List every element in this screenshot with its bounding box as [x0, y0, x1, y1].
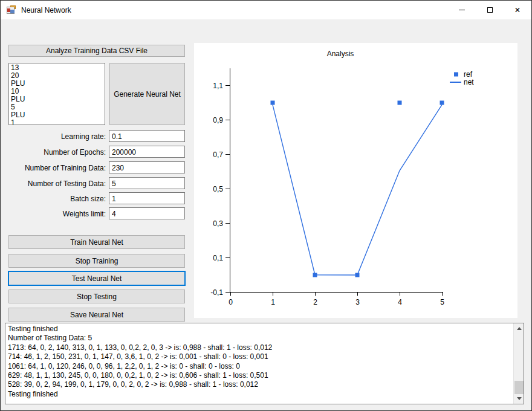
svg-text:5: 5: [440, 298, 444, 306]
layer-list-item[interactable]: 13: [11, 64, 105, 72]
minimize-button[interactable]: [448, 1, 476, 19]
stop-testing-button[interactable]: Stop Testing: [8, 290, 185, 303]
svg-text:-0,1: -0,1: [210, 288, 223, 297]
stop-training-button[interactable]: Stop Training: [8, 254, 185, 268]
svg-text:4: 4: [398, 298, 402, 306]
svg-text:0,3: 0,3: [213, 219, 223, 228]
test-net-button[interactable]: Test Neural Net: [8, 271, 186, 286]
svg-text:0,7: 0,7: [213, 150, 223, 159]
window-title: Neural Network: [21, 6, 71, 15]
testing-data-label: Number of Testing Data:: [6, 180, 106, 188]
svg-text:0: 0: [229, 298, 233, 306]
output-scrollbar[interactable]: [513, 323, 524, 404]
testing-data-input[interactable]: [109, 177, 185, 189]
svg-text:0,9: 0,9: [213, 116, 223, 125]
titlebar: Neural Network ×: [1, 1, 531, 19]
analysis-chart-panel: Analysis1,10,90,70,50,30,1-0,1012345refn…: [194, 43, 517, 318]
app-icon: [7, 5, 16, 15]
weights-limit-label: Weights limit:: [6, 210, 106, 218]
scroll-up-icon: [517, 327, 522, 330]
svg-text:3: 3: [355, 298, 360, 306]
output-line: 1061: 64, 1, 0, 120, 246, 0, 0, 96, 1, 2…: [8, 362, 510, 371]
epochs-input[interactable]: [109, 146, 185, 158]
batch-size-input[interactable]: [109, 192, 185, 204]
analysis-chart: Analysis1,10,90,70,50,30,1-0,1012345refn…: [194, 43, 517, 318]
learning-rate-input[interactable]: [109, 130, 185, 142]
minimize-icon: [459, 10, 465, 10]
close-button[interactable]: ×: [504, 1, 531, 19]
training-data-label: Number of Training Data:: [6, 164, 106, 172]
layer-list-item[interactable]: 1: [11, 119, 105, 125]
scroll-up-button[interactable]: [514, 323, 524, 334]
output-textbox[interactable]: Testing finishedNumber of Testing Data: …: [5, 323, 524, 404]
output-line: Testing finished: [8, 325, 510, 334]
layer-list-item[interactable]: 10: [11, 88, 105, 95]
output-line: 528: 39, 0, 2, 94, 199, 0, 1, 179, 0, 0,…: [8, 380, 510, 389]
learning-rate-label: Learning rate:: [6, 132, 106, 141]
weights-limit-input[interactable]: [109, 207, 185, 219]
layer-list-item[interactable]: PLU: [11, 80, 105, 88]
app-window: Neural Network × Analyze Training Data C…: [0, 0, 532, 411]
output-line: Testing finished: [8, 390, 510, 399]
output-line: Number of Testing Data: 5: [8, 334, 510, 343]
close-icon: ×: [514, 5, 520, 15]
svg-text:Analysis: Analysis: [327, 50, 354, 58]
output-line: 1713: 64, 0, 2, 140, 313, 0, 1, 133, 0, …: [8, 343, 510, 352]
output-line: 629: 48, 1, 1, 130, 245, 0, 0, 180, 0, 0…: [8, 371, 510, 380]
generate-net-button[interactable]: Generate Neural Net: [109, 63, 185, 125]
analyze-csv-button[interactable]: Analyze Training Data CSV File: [8, 45, 185, 57]
svg-text:1,1: 1,1: [213, 82, 223, 90]
save-net-button[interactable]: Save Neural Net: [8, 308, 185, 322]
svg-text:0,1: 0,1: [213, 254, 223, 262]
maximize-button[interactable]: [476, 1, 504, 19]
output-text: Testing finishedNumber of Testing Data: …: [8, 325, 510, 399]
svg-text:net: net: [464, 78, 474, 86]
layer-list-item[interactable]: PLU: [11, 111, 105, 119]
scroll-down-icon: [517, 397, 522, 400]
epochs-label: Number of Epochs:: [6, 148, 106, 157]
scrollbar-thumb[interactable]: [514, 381, 524, 394]
maximize-icon: [487, 7, 493, 13]
layer-list-item[interactable]: 20: [11, 72, 105, 80]
training-data-input[interactable]: [109, 161, 185, 173]
scroll-down-button[interactable]: [514, 393, 524, 404]
layer-listbox[interactable]: 1320PLU10PLU5PLU1: [8, 63, 105, 125]
batch-size-label: Batch size:: [6, 195, 106, 203]
svg-text:1: 1: [271, 298, 275, 306]
layer-list-item[interactable]: 5: [11, 103, 105, 111]
svg-text:2: 2: [313, 298, 317, 306]
train-net-button[interactable]: Train Neural Net: [8, 235, 185, 249]
output-line: 714: 46, 1, 2, 150, 231, 0, 1, 147, 0, 3…: [8, 352, 510, 361]
layer-list-item[interactable]: PLU: [11, 95, 105, 103]
svg-text:ref: ref: [464, 70, 473, 79]
svg-text:0,5: 0,5: [213, 185, 223, 193]
